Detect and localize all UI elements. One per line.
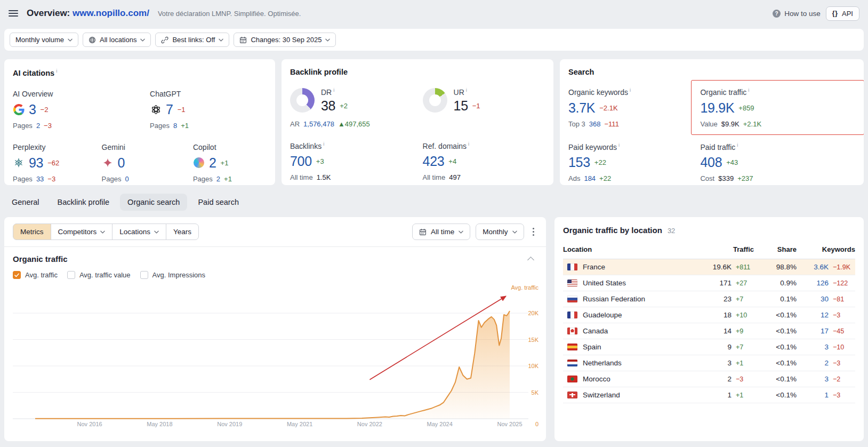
location-row-russian-federation[interactable]: Russian Federation23+70.1%30−81 (563, 291, 855, 307)
filter-changes-30-sep-2025[interactable]: Changes: 30 Sep 2025 (234, 33, 336, 47)
granularity-button[interactable]: Monthly (476, 224, 524, 240)
column-header-location: Location (563, 240, 690, 259)
metric-label: Backlinks (290, 141, 423, 150)
ur-donut-chart (423, 88, 447, 113)
ar-value[interactable]: 1,576,478 (303, 120, 334, 128)
checkbox-label: Avg. Impressions (152, 271, 205, 279)
metric-value[interactable]: 19.9K (700, 100, 734, 116)
footer-value[interactable]: 368 (589, 120, 601, 128)
keywords-value[interactable]: 3 (824, 343, 829, 351)
keywords-change: −3 (833, 392, 855, 399)
chevron-down-icon (219, 38, 223, 42)
filter-monthly-volume[interactable]: Monthly volume (10, 33, 78, 47)
tab-paid-search[interactable]: Paid search (190, 194, 246, 211)
main-row: MetricsCompetitorsLocationsYearsAll time… (4, 217, 864, 441)
metric-value[interactable]: 2 (209, 155, 216, 171)
location-row-guadeloupe[interactable]: Guadeloupe18+10<0.1%12−3 (563, 307, 855, 323)
location-row-canada[interactable]: Canada14+9<0.1%17−45 (563, 323, 855, 339)
location-name: Morocco (583, 375, 610, 383)
granularity-label: Monthly (483, 228, 508, 236)
checkbox-avg-impressions[interactable]: Avg. Impressions (140, 271, 205, 279)
locations-panel: Organic traffic by location 32 LocationT… (554, 217, 864, 441)
location-row-united-states[interactable]: United States171+270.9%126−122 (563, 275, 855, 291)
keywords-change: −45 (833, 328, 855, 335)
location-row-morocco[interactable]: Morocco2−3<0.1%3−2 (563, 371, 855, 387)
collapse-chevron-icon[interactable] (527, 257, 534, 264)
metric-value[interactable]: 700 (290, 154, 312, 169)
pages-value[interactable]: 2 (36, 122, 40, 130)
keywords-value[interactable]: 1 (824, 391, 829, 399)
metric-value[interactable]: 93 (29, 155, 43, 171)
tab-organic-search[interactable]: Organic search (120, 194, 187, 211)
flag-ch-icon (567, 392, 577, 398)
pages-value[interactable]: 2 (216, 175, 220, 183)
filter-all-locations[interactable]: All locations (83, 33, 151, 47)
metric-value[interactable]: 408 (700, 155, 722, 170)
metric-value: 15 (454, 98, 468, 114)
location-row-france[interactable]: France19.6K+81198.8%3.6K−1.9K (563, 259, 855, 275)
metric-label: Organic keywords (568, 87, 700, 97)
share-value: <0.1% (754, 307, 797, 323)
area-fill (35, 311, 510, 419)
ai-metric-gemini: Gemini0Pages0 (102, 143, 193, 183)
chevron-down-icon (459, 230, 463, 234)
seg-competitors[interactable]: Competitors (51, 224, 113, 240)
chevron-down-icon (154, 230, 159, 234)
keywords-value[interactable]: 2 (824, 359, 829, 367)
filter-best-links-off[interactable]: Best links: Off (155, 33, 229, 47)
metric-value[interactable]: 153 (568, 155, 590, 170)
stats-row: AI citations AI Overview3−2Pages2−3ChatG… (4, 59, 864, 185)
footer-value[interactable]: 184 (584, 174, 596, 182)
metric-label: Paid keywords (568, 142, 700, 151)
seg-metrics[interactable]: Metrics (13, 224, 51, 240)
traffic-value: 3 (727, 359, 732, 367)
pages-value[interactable]: 8 (173, 122, 177, 130)
ai-metric-copilot: Copilot2+1Pages2+1 (193, 143, 267, 183)
backlink-profile-card: Backlink profile DR38+2AR1,576,478▲497,6… (282, 59, 553, 185)
chevron-down-icon (325, 38, 330, 42)
keywords-value[interactable]: 3 (824, 375, 829, 383)
metric-value[interactable]: 7 (166, 102, 173, 117)
metric-ref-domains: Ref. domains423+4All time497 (423, 141, 545, 182)
keywords-value[interactable]: 3.6K (814, 263, 829, 271)
footer-label: Cost (700, 174, 714, 182)
location-row-spain[interactable]: Spain9+7<0.1%3−10 (563, 339, 855, 355)
keywords-change: −81 (833, 296, 855, 303)
api-button[interactable]: {} API (826, 6, 859, 21)
area-chart-svg[interactable]: Avg. traffic5K10K15K20K0Nov 2016May 2018… (9, 281, 542, 429)
share-value: <0.1% (754, 387, 797, 403)
metric-value[interactable]: 423 (423, 154, 445, 169)
metric-value[interactable]: 3 (29, 102, 36, 117)
pages-value[interactable]: 0 (125, 175, 128, 183)
seg-locations[interactable]: Locations (112, 224, 166, 240)
how-to-use-link[interactable]: ? How to use (773, 10, 821, 18)
metric-paid-traffic: Paid traffic408+43Cost$339+237 (700, 142, 855, 183)
location-row-netherlands[interactable]: Netherlands3+1<0.1%2−3 (563, 355, 855, 371)
metric-value[interactable]: 0 (118, 155, 125, 171)
keywords-value[interactable]: 30 (821, 295, 829, 303)
checkbox-avg-traffic[interactable]: Avg. traffic (13, 271, 58, 279)
filter-label: Changes: 30 Sep 2025 (251, 36, 322, 44)
chart-legend: Avg. trafficAvg. traffic valueAvg. Impre… (4, 264, 546, 280)
filter-label: Monthly volume (15, 36, 64, 44)
menu-icon[interactable] (9, 10, 18, 17)
metric-change: −1 (472, 102, 480, 110)
keywords-value[interactable]: 126 (816, 279, 829, 287)
kebab-menu-icon[interactable] (529, 225, 538, 240)
seg-years[interactable]: Years (166, 224, 199, 240)
pages-value[interactable]: 33 (36, 175, 44, 183)
traffic-value: 14 (724, 327, 732, 335)
keywords-value[interactable]: 12 (821, 311, 829, 319)
domain-link[interactable]: www.nopillo.com/ (73, 8, 149, 18)
tab-backlink-profile[interactable]: Backlink profile (50, 194, 117, 211)
location-row-switzerland[interactable]: Switzerland1+1<0.1%1−3 (563, 387, 855, 403)
metric-value[interactable]: 3.7K (568, 100, 595, 116)
location-name: Spain (583, 343, 601, 351)
time-range-button[interactable]: All time (412, 224, 470, 240)
seg-label: Locations (119, 228, 150, 236)
tab-general[interactable]: General (4, 194, 47, 211)
keywords-value[interactable]: 17 (821, 327, 829, 335)
checkbox-avg-traffic-value[interactable]: Avg. traffic value (67, 271, 131, 279)
organic-traffic-chart[interactable]: Avg. traffic5K10K15K20K0Nov 2016May 2018… (4, 280, 546, 432)
column-header-share: Share (754, 240, 797, 259)
